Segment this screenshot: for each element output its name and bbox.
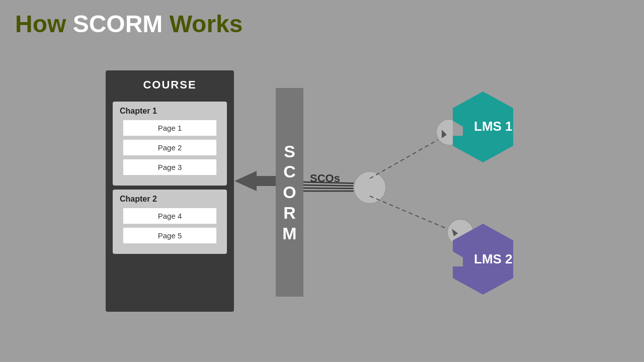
lms2-notch: [453, 251, 463, 266]
scorm-o: O: [283, 182, 296, 203]
scorm-r: R: [283, 203, 296, 223]
lms1-label: LMS 1: [474, 119, 513, 134]
scorm-c: C: [283, 161, 296, 182]
arrowhead-lms2: [452, 229, 458, 236]
sco-line-3: [303, 188, 362, 189]
scorm-m: M: [282, 223, 296, 244]
page-5: Page 5: [123, 227, 217, 244]
scorm-highlight: SCORM: [73, 11, 163, 37]
page-4: Page 4: [123, 208, 217, 224]
dashed-line-lms1: [370, 135, 447, 178]
chapter-2-title: Chapter 2: [118, 195, 222, 204]
sco-line-2: [303, 185, 362, 186]
lms2-circle: [447, 219, 473, 245]
sco-hub-circle: [354, 171, 386, 204]
course-box: COURSE Chapter 1 Page 1 Page 2 Page 3 Ch…: [106, 70, 234, 312]
lms2-pentagon: [453, 224, 513, 295]
page-1: Page 1: [123, 120, 217, 136]
arrowhead-lms1: [442, 130, 447, 138]
scorm-column: S C O R M: [276, 88, 303, 297]
page-title: How SCORM Works: [15, 10, 243, 38]
scos-label: SCOs: [310, 172, 340, 185]
page-3: Page 3: [123, 159, 217, 175]
lms1-pentagon: [453, 92, 513, 162]
chapter-1-title: Chapter 1: [118, 107, 222, 116]
course-to-scorm-arrow: [234, 171, 276, 191]
chapter-2-block: Chapter 2 Page 4 Page 5: [113, 190, 227, 254]
course-label: COURSE: [106, 70, 234, 98]
page-2: Page 2: [123, 139, 217, 156]
lms1-notch: [453, 121, 463, 136]
chapter-1-block: Chapter 1 Page 1 Page 2 Page 3: [113, 102, 227, 186]
lms1-circle: [436, 119, 462, 145]
lms2-label: LMS 2: [474, 251, 513, 266]
scorm-s: S: [284, 141, 295, 162]
dashed-line-lms2: [370, 196, 458, 233]
